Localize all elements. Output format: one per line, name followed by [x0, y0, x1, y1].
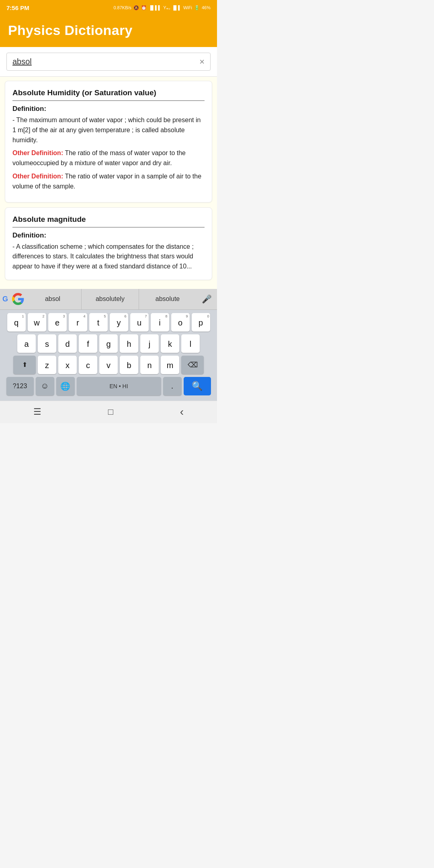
results-area: Absolute Humidity (or Saturation value) …: [0, 77, 217, 289]
key-k[interactable]: k: [161, 334, 179, 353]
dict-card-2: Absolute magnitude Definition: - A class…: [5, 207, 212, 280]
clear-button[interactable]: ×: [199, 57, 205, 66]
search-button[interactable]: 🔍: [184, 377, 211, 395]
kb-row-1: 1q 2w 3e 4r 5t 6y 7u 8i 9o 0p: [2, 313, 215, 332]
key-b[interactable]: b: [120, 356, 138, 374]
search-input[interactable]: [12, 57, 199, 66]
suggestion-1[interactable]: absol: [24, 289, 82, 309]
period-key[interactable]: .: [163, 377, 182, 395]
key-s[interactable]: s: [38, 334, 56, 353]
wifi-icon: WiFi: [183, 5, 192, 10]
key-p[interactable]: 0p: [192, 313, 210, 332]
home-nav-button[interactable]: □: [108, 407, 113, 417]
other-def-1-b: Other Definition: The ratio of water vap…: [12, 172, 205, 192]
key-c[interactable]: c: [79, 356, 97, 374]
globe-key[interactable]: 🌐: [56, 377, 75, 395]
lte-icon: Yₒᵤ: [163, 5, 170, 10]
mic-button[interactable]: 🎤: [196, 294, 217, 304]
key-a[interactable]: a: [17, 334, 36, 353]
term-1: Absolute Humidity (or Saturation value): [12, 88, 205, 101]
key-j[interactable]: j: [140, 334, 159, 353]
def-text-2: - A classification scheme ; which compen…: [12, 242, 205, 272]
num-key[interactable]: ?123: [6, 377, 34, 395]
key-f[interactable]: f: [79, 334, 97, 353]
emoji-key[interactable]: ☺: [36, 377, 54, 395]
other-def-1-a: Other Definition: The ratio of the mass …: [12, 148, 205, 168]
google-icon: [12, 293, 24, 305]
other-label-1a: Other Definition:: [12, 149, 63, 156]
key-v[interactable]: v: [99, 356, 118, 374]
key-m[interactable]: m: [161, 356, 179, 374]
dict-card-1: Absolute Humidity (or Saturation value) …: [5, 81, 212, 203]
key-g[interactable]: g: [99, 334, 118, 353]
kb-row-4: ?123 ☺ 🌐 EN • HI . 🔍: [2, 377, 215, 395]
battery-icon: 🔋: [194, 5, 200, 10]
def-text-1: - The maximum amount of water vapor ; wh…: [12, 115, 205, 145]
key-u[interactable]: 7u: [130, 313, 149, 332]
key-r[interactable]: 4r: [69, 313, 87, 332]
key-l[interactable]: l: [181, 334, 200, 353]
battery-pct: 46%: [202, 5, 211, 10]
back-nav-button[interactable]: ‹: [180, 405, 184, 418]
status-time: 7:56 PM: [6, 4, 29, 11]
signal2-icon: ▐▌▌: [172, 5, 181, 10]
search-container: ×: [0, 47, 217, 77]
key-x[interactable]: x: [58, 356, 77, 374]
key-o[interactable]: 9o: [171, 313, 190, 332]
mute-icon: 🔕: [133, 5, 139, 10]
key-e[interactable]: 3e: [48, 313, 67, 332]
key-h[interactable]: h: [120, 334, 138, 353]
nav-bar: ☰ □ ‹: [0, 401, 217, 423]
kb-row-2: a s d f g h j k l: [2, 334, 215, 353]
delete-key[interactable]: ⌫: [181, 356, 204, 374]
status-bar: 7:56 PM 0.87KB/s 🔕 ⏰ ▐▌▌▌ Yₒᵤ ▐▌▌ WiFi 🔋…: [0, 0, 217, 15]
key-t[interactable]: 5t: [89, 313, 108, 332]
key-n[interactable]: n: [140, 356, 159, 374]
shift-key[interactable]: ⬆: [13, 356, 36, 374]
kb-row-3: ⬆ z x c v b n m ⌫: [2, 356, 215, 374]
other-label-1b: Other Definition:: [12, 173, 63, 180]
keyboard-suggestions: G absol absolutely absolute 🎤: [0, 289, 217, 310]
network-speed: 0.87KB/s: [113, 5, 131, 10]
suggestion-words: absol absolutely absolute: [24, 289, 196, 309]
app-header: Physics Dictionary: [0, 15, 217, 47]
keyboard: 1q 2w 3e 4r 5t 6y 7u 8i 9o 0p a s d f g …: [0, 310, 217, 401]
alarm-icon: ⏰: [141, 5, 147, 10]
suggestion-3[interactable]: absolute: [139, 289, 196, 309]
key-q[interactable]: 1q: [7, 313, 26, 332]
key-y[interactable]: 6y: [110, 313, 128, 332]
space-key[interactable]: EN • HI: [77, 377, 161, 395]
search-box[interactable]: ×: [6, 53, 211, 71]
signal-icon: ▐▌▌▌: [149, 5, 161, 10]
app-title: Physics Dictionary: [8, 23, 209, 38]
google-logo: G: [0, 289, 24, 309]
key-d[interactable]: d: [58, 334, 77, 353]
key-i[interactable]: 8i: [151, 313, 169, 332]
term-2: Absolute magnitude: [12, 215, 205, 227]
def-label-1: Definition:: [12, 105, 205, 113]
def-label-2: Definition:: [12, 231, 205, 240]
status-icons: 0.87KB/s 🔕 ⏰ ▐▌▌▌ Yₒᵤ ▐▌▌ WiFi 🔋 46%: [113, 5, 211, 10]
key-z[interactable]: z: [38, 356, 56, 374]
svg-text:G: G: [2, 295, 8, 303]
key-w[interactable]: 2w: [28, 313, 46, 332]
suggestion-2[interactable]: absolutely: [82, 289, 139, 309]
menu-nav-button[interactable]: ☰: [33, 407, 41, 417]
